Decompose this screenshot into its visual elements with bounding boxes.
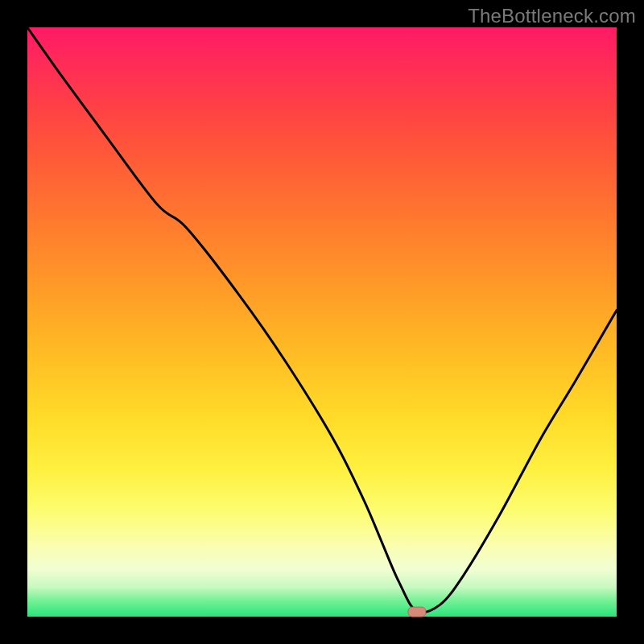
minimum-marker [408, 607, 426, 617]
bottleneck-curve [27, 27, 617, 613]
plot-area [27, 27, 617, 617]
chart-frame: TheBottleneck.com [0, 0, 644, 644]
watermark-text: TheBottleneck.com [468, 5, 636, 27]
plot-svg [27, 27, 617, 617]
